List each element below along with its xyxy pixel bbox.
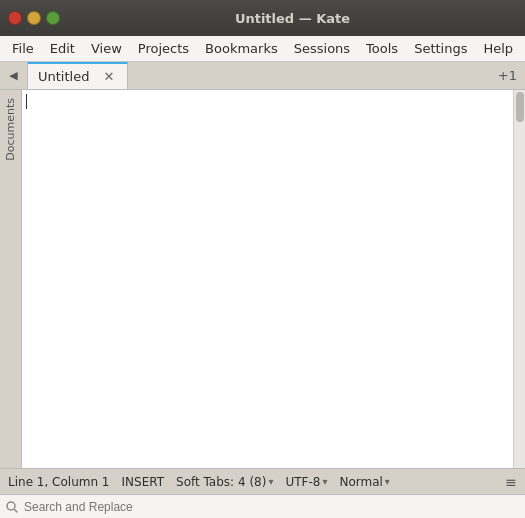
tabs-dropdown[interactable]: Soft Tabs: 4 (8) ▾ — [176, 475, 273, 489]
window-buttons — [8, 11, 60, 25]
search-bar — [0, 494, 525, 518]
sidebar-panel: Documents — [0, 90, 22, 468]
menu-view[interactable]: View — [83, 38, 130, 59]
svg-point-0 — [7, 502, 15, 510]
mode-label: INSERT — [122, 475, 165, 489]
menu-icon[interactable]: ≡ — [505, 474, 517, 490]
close-button[interactable] — [8, 11, 22, 25]
minimize-button[interactable] — [27, 11, 41, 25]
position-label: Line 1, Column 1 — [8, 475, 110, 489]
sidebar-documents-label[interactable]: Documents — [4, 98, 17, 161]
encoding-dropdown-arrow: ▾ — [322, 476, 327, 487]
menu-sessions[interactable]: Sessions — [286, 38, 358, 59]
vertical-scrollbar[interactable] — [513, 90, 525, 468]
maximize-button[interactable] — [46, 11, 60, 25]
menu-edit[interactable]: Edit — [42, 38, 83, 59]
active-tab[interactable]: Untitled ✕ — [28, 62, 128, 89]
editor-row: Documents — [0, 90, 525, 468]
status-bar: Line 1, Column 1 INSERT Soft Tabs: 4 (8)… — [0, 468, 525, 494]
content-wrapper: Documents Line 1, Column 1 INSERT Soft T… — [0, 90, 525, 518]
tab-overflow-button[interactable]: +1 — [490, 62, 525, 89]
search-input[interactable] — [24, 500, 519, 514]
menu-tools[interactable]: Tools — [358, 38, 406, 59]
svg-line-1 — [15, 509, 18, 512]
encoding-label: UTF-8 — [285, 475, 320, 489]
menu-file[interactable]: File — [4, 38, 42, 59]
editor-content[interactable] — [22, 90, 513, 468]
menu-settings[interactable]: Settings — [406, 38, 475, 59]
menu-projects[interactable]: Projects — [130, 38, 197, 59]
menu-bar: File Edit View Projects Bookmarks Sessio… — [0, 36, 525, 62]
status-right: ≡ — [505, 474, 517, 490]
tab-bar: ◀ Untitled ✕ +1 — [0, 62, 525, 90]
sidebar-toggle-button[interactable]: ◀ — [0, 62, 28, 89]
edit-mode: INSERT — [122, 475, 165, 489]
search-icon — [6, 501, 18, 513]
syntax-label: Normal — [339, 475, 382, 489]
tab-close-button[interactable]: ✕ — [101, 69, 117, 85]
encoding-dropdown[interactable]: UTF-8 ▾ — [285, 475, 327, 489]
sidebar-toggle-icon: ◀ — [9, 69, 17, 82]
window-title: Untitled — Kate — [68, 11, 517, 26]
tabs-dropdown-arrow: ▾ — [268, 476, 273, 487]
editor-cursor — [26, 94, 27, 109]
cursor-position: Line 1, Column 1 — [8, 475, 110, 489]
tab-label: Untitled — [38, 69, 95, 84]
menu-help[interactable]: Help — [475, 38, 521, 59]
scrollbar-thumb[interactable] — [516, 92, 524, 122]
title-bar: Untitled — Kate — [0, 0, 525, 36]
menu-bookmarks[interactable]: Bookmarks — [197, 38, 286, 59]
syntax-dropdown-arrow: ▾ — [385, 476, 390, 487]
tabs-label: Soft Tabs: 4 (8) — [176, 475, 266, 489]
syntax-dropdown[interactable]: Normal ▾ — [339, 475, 389, 489]
editor-area[interactable] — [22, 90, 513, 468]
